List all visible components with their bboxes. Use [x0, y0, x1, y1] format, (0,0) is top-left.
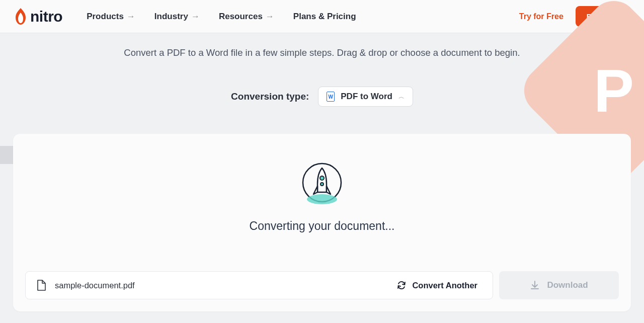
- nav-plans-pricing[interactable]: Plans & Pricing: [293, 12, 356, 22]
- nav-industry[interactable]: Industry →: [154, 12, 200, 22]
- conversion-type-row: Conversion type: W PDF to Word ︿: [13, 87, 631, 107]
- file-info: sample-document.pdf Convert Another: [25, 271, 493, 299]
- action-row: sample-document.pdf Convert Another Down…: [25, 271, 619, 299]
- arrow-right-icon: →: [266, 12, 274, 22]
- page-subtitle: Convert a PDF to a Word file in a few si…: [13, 47, 631, 58]
- main-nav: Products → Industry → Resources → Plans …: [87, 12, 519, 22]
- nitro-flame-icon: [14, 8, 27, 26]
- conversion-selected-label: PDF to Word: [341, 92, 392, 102]
- download-label: Download: [547, 280, 588, 290]
- brand-name: nitro: [30, 8, 62, 25]
- nav-resources[interactable]: Resources →: [219, 12, 274, 22]
- brand-logo[interactable]: nitro: [14, 8, 62, 26]
- nav-products[interactable]: Products →: [87, 12, 135, 22]
- download-button: Download: [499, 271, 619, 299]
- main-header: nitro Products → Industry → Resources → …: [0, 0, 644, 33]
- rocket-icon: [300, 161, 344, 204]
- nav-label: Industry: [154, 12, 188, 22]
- nav-label: Plans & Pricing: [293, 12, 356, 22]
- conversion-type-label: Conversion type:: [231, 91, 309, 102]
- arrow-right-icon: →: [127, 12, 135, 22]
- convert-another-label: Convert Another: [412, 281, 477, 290]
- download-icon: [530, 280, 540, 290]
- convert-another-button[interactable]: Convert Another: [397, 281, 481, 290]
- nav-label: Resources: [219, 12, 263, 22]
- file-icon: [37, 280, 46, 291]
- chevron-up-icon: ︿: [398, 93, 405, 101]
- svg-point-1: [307, 194, 337, 204]
- word-doc-icon: W: [327, 92, 335, 102]
- refresh-icon: [397, 281, 406, 290]
- file-name: sample-document.pdf: [55, 281, 388, 290]
- arrow-right-icon: →: [191, 12, 200, 22]
- nav-label: Products: [87, 12, 124, 22]
- conversion-type-select[interactable]: W PDF to Word ︿: [318, 87, 413, 107]
- svg-point-3: [320, 183, 324, 186]
- svg-point-2: [320, 176, 324, 180]
- conversion-card: Converting your document... sample-docum…: [13, 134, 631, 311]
- conversion-status: Converting your document...: [25, 219, 619, 233]
- try-for-free-link[interactable]: Try for Free: [519, 12, 564, 21]
